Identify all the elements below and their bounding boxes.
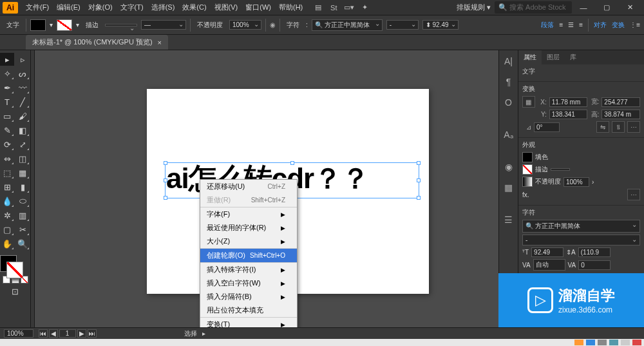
- sel-handle-tr[interactable]: [417, 161, 421, 165]
- tray-icon-5[interactable]: [621, 340, 630, 345]
- shape-builder-tool[interactable]: ⬚: [0, 166, 14, 179]
- character-panel-icon[interactable]: A|: [502, 54, 516, 68]
- page-next-icon[interactable]: ▶: [77, 329, 86, 338]
- zoom-field[interactable]: 100%: [4, 329, 33, 338]
- tab-libraries[interactable]: 库: [565, 50, 582, 64]
- scale-tool[interactable]: ⤢: [15, 138, 30, 151]
- mesh-tool[interactable]: ⊞: [0, 180, 14, 193]
- ctx-font[interactable]: 字体(F)▶: [200, 207, 297, 221]
- menu-effect[interactable]: 效果(C): [178, 3, 210, 12]
- slice-tool[interactable]: ✂: [15, 223, 30, 236]
- angle-field[interactable]: 0°: [534, 122, 560, 132]
- sel-handle-bl[interactable]: [164, 196, 167, 200]
- ctx-insert-whitespace[interactable]: 插入空白字符(W)▶: [200, 276, 297, 290]
- eraser-tool[interactable]: ◧: [15, 124, 30, 137]
- w-field[interactable]: 254.277: [601, 97, 640, 107]
- transform-link[interactable]: 变换: [612, 21, 625, 30]
- menu-help[interactable]: 帮助(H): [275, 3, 307, 12]
- page-prev-icon[interactable]: ◀: [49, 329, 58, 338]
- ctx-undo[interactable]: 还原移动(U)Ctrl+Z: [200, 180, 297, 193]
- zoom-tool[interactable]: 🔍: [15, 237, 30, 250]
- x-field[interactable]: 11.78 mm: [549, 97, 588, 107]
- ctx-recent-fonts[interactable]: 最近使用的字体(R)▶: [200, 221, 297, 235]
- font-size[interactable]: ⬍ 92.49: [422, 20, 459, 30]
- tab-close-icon[interactable]: ×: [158, 39, 162, 46]
- align-center-icon[interactable]: ☰: [568, 21, 574, 28]
- sel-handle-tl[interactable]: [164, 161, 167, 165]
- align-right-icon[interactable]: ≡: [579, 21, 583, 28]
- rotate-tool[interactable]: ⟳: [0, 138, 14, 151]
- stroke-profile[interactable]: —: [141, 20, 186, 30]
- page-field[interactable]: 1: [59, 329, 76, 338]
- glyphs-panel-icon[interactable]: Aₐ: [502, 128, 516, 142]
- search-stock[interactable]: 🔍 搜索 Adobe Stock: [495, 1, 572, 14]
- tray-icon-6[interactable]: [632, 340, 641, 345]
- ctx-size[interactable]: 大小(Z)▶: [200, 235, 297, 249]
- ref-point-icon[interactable]: ▦: [522, 96, 535, 108]
- stroke-weight[interactable]: [105, 24, 137, 26]
- direct-selection-tool[interactable]: ▹: [15, 53, 30, 66]
- font-style[interactable]: -: [386, 20, 419, 30]
- menu-window[interactable]: 窗口(W): [242, 3, 275, 12]
- ctx-insert-break[interactable]: 插入分隔符(B)▶: [200, 290, 297, 303]
- canvas[interactable]: ai怎么转cdr？？ 还原移动(U)Ctrl+Z 重做(R)Shift+Ctrl…: [31, 50, 498, 327]
- shaper-tool[interactable]: ✎: [0, 124, 14, 137]
- window-restore[interactable]: ▢: [595, 3, 618, 12]
- tray-icon-4[interactable]: [609, 340, 618, 345]
- graph-tool[interactable]: ▥: [15, 209, 30, 222]
- fx-icon[interactable]: fx.: [522, 191, 529, 198]
- swatches-panel-icon[interactable]: ▦: [502, 180, 516, 195]
- ctx-fill-placeholder[interactable]: 用占位符文本填充: [200, 303, 297, 318]
- tab-properties[interactable]: 属性: [518, 50, 542, 64]
- tab-layers[interactable]: 图层: [542, 50, 565, 64]
- line-tool[interactable]: ╱: [15, 95, 30, 108]
- symbol-sprayer-tool[interactable]: ✲: [0, 209, 14, 222]
- tray-icon-2[interactable]: [586, 340, 595, 345]
- selection-tool[interactable]: ▸: [0, 53, 14, 66]
- sel-handle-mr[interactable]: [417, 178, 421, 182]
- ctx-insert-glyph[interactable]: 插入特殊字符(I)▶: [200, 263, 297, 276]
- menu-object[interactable]: 对象(O): [84, 3, 117, 12]
- recolor-icon[interactable]: ◉: [270, 21, 276, 28]
- magic-wand-tool[interactable]: ✧: [0, 67, 14, 80]
- font-style-panel[interactable]: -: [522, 235, 640, 245]
- curvature-tool[interactable]: 〰: [15, 81, 30, 94]
- tracking-panel[interactable]: 0: [578, 260, 611, 270]
- fill-swatch[interactable]: [30, 19, 46, 31]
- menu-view[interactable]: 视图(V): [211, 3, 242, 12]
- width-tool[interactable]: ⇔: [0, 152, 14, 165]
- paragraph-panel-icon[interactable]: ¶: [502, 75, 516, 89]
- align-left-icon[interactable]: ≡: [559, 21, 563, 28]
- sel-handle-br[interactable]: [417, 196, 421, 200]
- gradient-tool[interactable]: ▮: [15, 180, 30, 193]
- ctx-create-outlines[interactable]: 创建轮廓(O)Shift+Ctrl+O: [200, 249, 297, 263]
- page-last-icon[interactable]: ⏭: [88, 329, 97, 338]
- free-transform-tool[interactable]: ◫: [15, 152, 30, 165]
- document-tab[interactable]: 未标题-1* @ 100% (CMYK/GPU 预览) ×: [26, 35, 168, 50]
- opacity-swatch-icon[interactable]: [522, 177, 533, 187]
- opacity-field-panel[interactable]: 100%: [564, 177, 589, 187]
- h-field[interactable]: 38.874 m: [601, 110, 640, 119]
- screen-mode[interactable]: ⊡: [0, 285, 30, 298]
- font-size-panel[interactable]: 92.49: [531, 247, 564, 257]
- more-transform-icon[interactable]: ⋯: [627, 121, 640, 133]
- panel-menu-icon[interactable]: ⋮≡: [630, 21, 640, 28]
- rectangle-tool[interactable]: ▭: [0, 110, 14, 122]
- flip-v-icon[interactable]: ⥮: [612, 121, 625, 133]
- opacity-field[interactable]: 100%: [229, 20, 261, 30]
- sel-handle-tc[interactable]: [290, 161, 294, 165]
- font-family[interactable]: 🔍 方正正中黑简体: [312, 19, 383, 31]
- bridge-icon[interactable]: ▤: [313, 3, 323, 13]
- window-close[interactable]: ✕: [618, 3, 641, 12]
- stroke-color[interactable]: [6, 262, 23, 278]
- blend-tool[interactable]: ⬭: [15, 195, 30, 207]
- arrange-icon[interactable]: ▭▾: [344, 3, 354, 13]
- tray-icon-3[interactable]: [598, 340, 607, 345]
- y-field[interactable]: 138.341: [549, 110, 588, 119]
- flip-h-icon[interactable]: ⇋: [596, 121, 609, 133]
- gpu-icon[interactable]: ✦: [359, 3, 370, 13]
- paragraph-link[interactable]: 段落: [541, 21, 554, 30]
- menu-select[interactable]: 选择(S): [147, 3, 179, 12]
- paintbrush-tool[interactable]: 🖌: [15, 110, 30, 122]
- layers-panel-icon[interactable]: ☰: [502, 213, 516, 227]
